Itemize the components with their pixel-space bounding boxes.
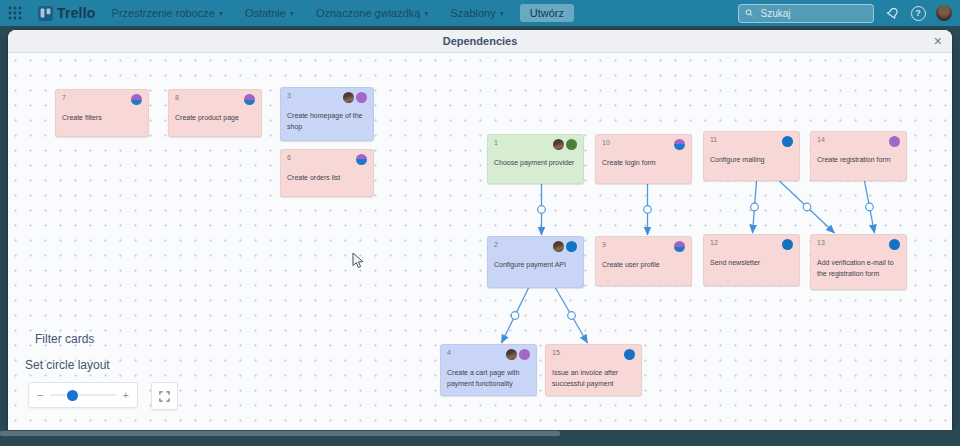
help-icon[interactable]: ? [910, 5, 926, 21]
zoom-in-button[interactable]: + [123, 389, 129, 401]
top-navbar: Trello Przestrzenie robocze▾Ostatnie▾Ozn… [0, 0, 960, 26]
chevron-down-icon: ▾ [500, 9, 504, 18]
dependency-card-4[interactable]: 4Create a cart page with payment functio… [440, 344, 537, 396]
dependency-card-2[interactable]: 2Configure payment API [487, 236, 584, 288]
dependencies-modal: Dependencies × Filter cards Set circle l… [8, 30, 952, 430]
card-number: 2 [494, 241, 498, 248]
zoom-slider[interactable] [50, 394, 115, 396]
dependency-card-15[interactable]: 15Issue an invoice after successful paym… [545, 344, 642, 396]
expand-icon [159, 391, 170, 402]
create-button[interactable]: Utwórz [520, 4, 574, 22]
card-title: Choose payment provider [494, 158, 577, 169]
user-avatar[interactable] [936, 5, 952, 21]
avatar [566, 241, 577, 252]
trello-logo-text: Trello [57, 5, 96, 21]
modal-header: Dependencies × [8, 30, 952, 53]
trello-logo[interactable]: Trello [38, 5, 96, 21]
zoom-bar: − + [28, 382, 138, 408]
dependency-card-3[interactable]: 3Create homepage of the shop [280, 87, 374, 141]
card-number: 15 [552, 349, 560, 356]
avatar [356, 154, 367, 165]
trello-app: Trello Przestrzenie robocze▾Ostatnie▾Ozn… [0, 0, 960, 446]
fullscreen-button[interactable] [151, 382, 178, 410]
avatar [131, 94, 142, 105]
topbar-right: ? [738, 4, 952, 23]
horizontal-scrollbar[interactable] [0, 431, 560, 436]
nav-item-label: Przestrzenie robocze [112, 7, 215, 19]
dependency-card-9[interactable]: 9Create user profile [595, 236, 692, 286]
apps-grid-icon[interactable] [8, 6, 22, 20]
card-number: 13 [817, 239, 825, 246]
card-title: Create filters [62, 113, 142, 124]
nav-item-label: Szablony [450, 7, 495, 19]
avatar [506, 349, 517, 360]
zoom-out-button[interactable]: − [37, 389, 43, 401]
card-title: Create orders list [287, 173, 367, 184]
set-circle-layout-label: Set circle layout [25, 358, 110, 372]
chevron-down-icon: ▾ [219, 9, 223, 18]
card-title: Configure payment API [494, 260, 577, 271]
avatar [566, 139, 577, 150]
dependency-card-8[interactable]: 8Create product page [168, 89, 262, 137]
card-number: 8 [175, 94, 179, 101]
card-title: Create user profile [602, 260, 685, 271]
avatar [889, 239, 900, 250]
card-number: 3 [287, 92, 291, 99]
dependency-card-1[interactable]: 1Choose payment provider [487, 134, 584, 184]
card-title: Add verification e-mail to the registrat… [817, 258, 900, 279]
graph-canvas[interactable]: Filter cards Set circle layout − + [8, 53, 952, 430]
trello-logo-icon [38, 6, 53, 21]
card-number: 14 [817, 136, 825, 143]
card-number: 11 [710, 136, 717, 143]
dependency-card-7[interactable]: 7Create filters [55, 89, 149, 137]
avatar [343, 92, 354, 103]
card-title: Create login form [602, 158, 685, 169]
card-number: 4 [447, 349, 451, 356]
nav-item[interactable]: Ostatnie▾ [245, 7, 294, 19]
avatar [519, 349, 530, 360]
avatar [889, 136, 900, 147]
card-number: 1 [494, 139, 498, 146]
search-icon [745, 8, 754, 18]
avatar [553, 139, 564, 150]
card-number: 12 [710, 239, 718, 246]
search-box[interactable] [738, 4, 874, 23]
nav-item[interactable]: Przestrzenie robocze▾ [112, 7, 223, 19]
card-number: 9 [602, 241, 606, 248]
card-title: Issue an invoice after successful paymen… [552, 368, 635, 389]
card-number: 10 [602, 139, 610, 146]
mouse-cursor [352, 252, 365, 269]
filter-cards-button[interactable]: Filter cards [35, 332, 94, 346]
header-nav: Przestrzenie robocze▾Ostatnie▾Oznaczone … [112, 7, 504, 19]
chevron-down-icon: ▾ [290, 9, 294, 18]
nav-item-label: Ostatnie [245, 7, 286, 19]
avatar [356, 92, 367, 103]
dependency-card-6[interactable]: 6Create orders list [280, 149, 374, 197]
chevron-down-icon: ▾ [424, 9, 428, 18]
close-icon[interactable]: × [934, 30, 942, 52]
avatar [674, 241, 685, 252]
dependency-card-12[interactable]: 12Send newsletter [703, 234, 800, 286]
modal-title: Dependencies [443, 35, 518, 47]
card-title: Create product page [175, 113, 255, 124]
card-number: 6 [287, 154, 291, 161]
nav-item-label: Oznaczone gwiazdką [316, 7, 421, 19]
card-title: Create registration form [817, 155, 900, 166]
dependency-card-14[interactable]: 14Create registration form [810, 131, 907, 181]
dependency-card-10[interactable]: 10Create login form [595, 134, 692, 184]
card-title: Configure mailing [710, 155, 793, 166]
notifications-bell-icon[interactable] [884, 5, 900, 21]
card-number: 7 [62, 94, 66, 101]
avatar [782, 239, 793, 250]
board-bottom-strip [0, 430, 960, 446]
dependency-card-13[interactable]: 13Add verification e-mail to the registr… [810, 234, 907, 290]
avatar [782, 136, 793, 147]
avatar [674, 139, 685, 150]
search-input[interactable] [759, 7, 867, 20]
nav-item[interactable]: Oznaczone gwiazdką▾ [316, 7, 429, 19]
dependency-card-11[interactable]: 11Configure mailing [703, 131, 800, 181]
card-title: Create a cart page with payment function… [447, 368, 530, 389]
nav-item[interactable]: Szablony▾ [450, 7, 503, 19]
zoom-slider-knob[interactable] [67, 390, 78, 401]
avatar [244, 94, 255, 105]
